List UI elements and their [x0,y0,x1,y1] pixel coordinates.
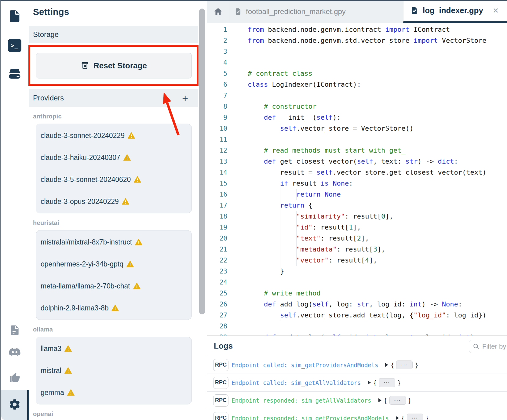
provider-model-item[interactable]: claude-3-5-sonnet-20240620 [36,168,191,190]
log-message: Endpoint responded: sim_getAllValidators [232,397,371,404]
code-token: import [414,37,438,44]
line-number: 2 [207,37,227,44]
log-json-preview[interactable]: {···} [367,378,400,387]
code-token: : log_id}) [446,311,486,319]
indent-guide [296,189,297,200]
providers-section-label: Providers [33,94,64,102]
model-label: openhermes-2-yi-34b-gptq [41,260,123,268]
tab-football-prediction-market[interactable]: football_prediction_market.gpy [229,0,403,23]
code-token: "log_id" [414,311,446,319]
indent-guide [264,134,264,145]
log-row[interactable]: RPCEndpoint called: sim_getProvidersAndM… [207,356,507,374]
warning-icon [64,367,72,374]
indent-guide [280,310,280,321]
indent-guide [264,244,264,255]
line-number: 14 [207,169,227,176]
code-text: if result is None: [227,178,507,189]
discord-icon[interactable] [0,346,29,359]
indent-guide [280,200,280,211]
add-provider-button[interactable]: + [182,93,188,103]
code-line: 19 "id": result[1], [207,222,507,233]
indent-guide [264,222,264,233]
feedback-thumbs-up-icon[interactable] [0,372,29,383]
provider-model-item[interactable]: mistral [36,360,191,382]
code-token: backend.node.genvm.std.vector_store [264,37,414,44]
close-tab-icon[interactable]: ✕ [493,6,499,15]
indent-guide [264,200,264,211]
ellipsis-chip[interactable]: ··· [389,396,406,405]
brace-open: { [385,397,387,404]
model-label: mistralai/mixtral-8x7b-instruct [41,238,132,246]
log-json-preview[interactable]: {···} [385,360,418,369]
model-label: claude-3-haiku-20240307 [41,154,120,161]
logs-panel: Logs RPCEndpoint called: sim_getProvider… [207,335,507,420]
provider-model-item[interactable]: openhermes-2-yi-34b-gptq [36,253,191,275]
reset-storage-label: Reset Storage [93,61,147,71]
ellipsis-chip[interactable]: ··· [407,414,423,420]
logs-filter-input[interactable] [482,342,507,350]
provider-model-item[interactable]: gemma [36,382,191,404]
code-token: backend.node.genvm.icontract [264,26,385,33]
reset-storage-button[interactable]: Reset Storage [36,53,192,78]
line-number: 27 [207,312,227,319]
code-line: 9 def __init__(self): [207,112,507,123]
indent-guide [264,255,264,266]
tab-log-indexer[interactable]: log_indexer.gpy ✕ [403,0,507,23]
home-tab-button[interactable] [207,0,229,23]
indent-guide [264,123,264,134]
code-token: __init__( [276,114,316,121]
code-line: 6class LogIndexer(IContract): [207,79,507,90]
provider-model-item[interactable]: dolphin-2.9-llama3-8b [36,297,191,319]
provider-group-label: openai [33,411,198,418]
code-line: 23 } [207,266,507,277]
log-row[interactable]: RPCEndpoint called: sim_getAllValidators… [207,374,507,392]
storage-drive-icon[interactable] [0,67,29,81]
code-token: self [280,311,296,319]
expand-triangle-icon[interactable] [378,398,382,403]
provider-model-item[interactable]: claude-3-opus-20240229 [36,190,191,212]
ellipsis-chip[interactable]: ··· [396,360,413,369]
log-json-preview[interactable]: {···} [396,414,428,420]
window-left-border [0,0,1,420]
provider-model-item[interactable]: claude-3-sonnet-20240229 [36,125,191,147]
code-token: .vector_store.add_text(log, { [296,311,414,319]
code-token: None [442,300,458,308]
docs-icon[interactable] [0,324,29,336]
warning-icon [111,305,119,311]
settings-gear-icon[interactable] [0,398,29,411]
expand-triangle-icon[interactable] [385,363,388,367]
indent-guide [296,255,297,266]
expand-triangle-icon[interactable] [367,380,371,385]
code-line: 26 def add_log(self, log: str, log_id: i… [207,299,507,310]
provider-model-item[interactable]: mistralai/mixtral-8x7b-instruct [36,231,191,253]
contracts-file-icon[interactable] [0,9,29,23]
provider-model-item[interactable]: llama3 [36,338,191,360]
expand-triangle-icon[interactable] [396,416,399,420]
terminal-icon[interactable]: >_ [0,39,29,52]
provider-model-item[interactable]: meta-llama/llama-2-70b-chat [36,275,191,297]
ellipsis-chip[interactable]: ··· [379,378,395,387]
code-token: : [349,179,353,187]
provider-model-card: llama3mistralgemma [36,337,192,404]
code-token: : result[ [345,212,381,220]
tab-label: football_prediction_market.gpy [246,7,346,16]
code-line: 24 [207,277,507,288]
code-line: 18 "similarity": result[0], [207,211,507,222]
code-line: 3 [207,46,507,57]
log-row[interactable]: RPCEndpoint responded: sim_getProvidersA… [207,409,507,420]
code-text: # constructor [227,101,507,112]
indent-guide [280,211,280,222]
log-json-preview[interactable]: {···} [378,396,411,405]
brace-open: { [402,415,404,420]
code-token [248,234,296,242]
code-text: return None [227,189,507,200]
indent-guide [264,211,264,222]
log-row[interactable]: RPCEndpoint responded: sim_getAllValidat… [207,392,507,409]
line-number: 26 [207,301,227,308]
settings-scrollbar[interactable] [199,9,205,314]
provider-model-item[interactable]: claude-3-haiku-20240307 [36,147,191,168]
line-number: 28 [207,323,227,330]
code-token: 3 [373,245,377,253]
code-token [248,256,296,264]
rpc-badge: RPC [213,394,228,407]
